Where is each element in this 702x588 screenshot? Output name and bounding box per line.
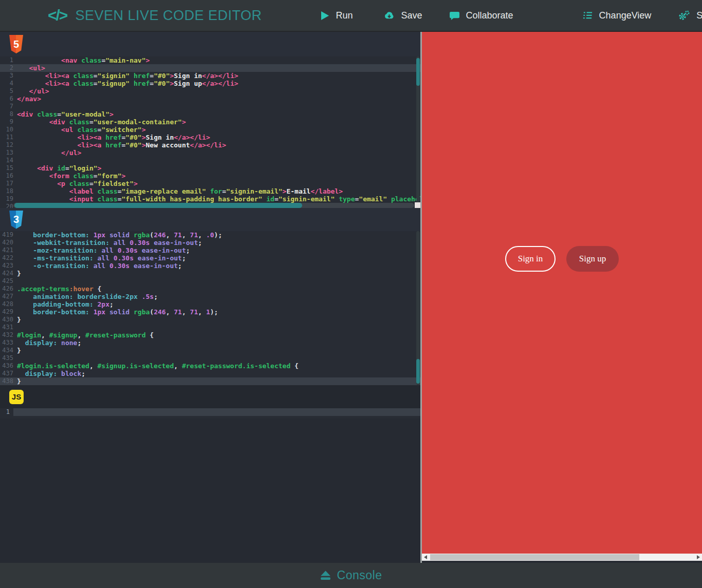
changeview-button[interactable]: ChangeView <box>582 10 652 21</box>
code-line[interactable]: 7 <box>0 103 420 110</box>
code-line[interactable]: 420 -webkit-transition: all 0.30s ease-i… <box>0 239 420 246</box>
code-line[interactable]: 429 border-bottom: 1px solid rgba(246, 7… <box>0 308 420 316</box>
code-line[interactable]: 12 <li><a href="#0">New account</a></li> <box>0 141 420 149</box>
code-line-text: display: none; <box>17 339 420 347</box>
code-line[interactable]: 11 <li><a href="#0">Sign in</a></li> <box>0 134 420 141</box>
code-line[interactable]: 431 <box>0 324 420 331</box>
code-line[interactable]: 428 padding-bottom: 2px; <box>0 300 420 308</box>
code-line[interactable]: 438} <box>0 377 420 385</box>
code-line[interactable]: 16 <form class="form"> <box>0 172 420 180</box>
code-line-text: -moz-transition: all 0.30s ease-in-out; <box>17 246 420 254</box>
html-vertical-scrollbar[interactable] <box>416 56 420 202</box>
code-line[interactable]: 10 <ul class="switcher"> <box>0 126 420 134</box>
code-line[interactable]: 13 </ul> <box>0 149 420 157</box>
code-line[interactable]: 436#login.is-selected, #signup.is-select… <box>0 362 420 370</box>
code-line[interactable]: 19 <input class="full-width has-padding … <box>0 195 420 203</box>
code-line[interactable]: 433 display: none; <box>0 339 420 347</box>
line-number: 429 <box>0 308 17 316</box>
code-line-text <box>17 277 420 285</box>
signup-button[interactable]: Sign up <box>566 246 619 272</box>
css-vertical-scroll-thumb[interactable] <box>416 359 420 384</box>
code-line-text: <div id="login"> <box>17 164 420 172</box>
line-number: 434 <box>0 347 17 354</box>
code-line-text <box>17 354 420 362</box>
html-horizontal-scroll-thumb[interactable] <box>14 203 302 208</box>
collaborate-button[interactable]: Collaborate <box>449 10 513 21</box>
code-line-text: </nav> <box>17 95 420 103</box>
code-line-text: } <box>17 270 420 277</box>
app-title: SEVEN LIVE CODE EDITOR <box>75 8 262 24</box>
play-icon <box>321 11 329 21</box>
code-line[interactable]: 424} <box>0 270 420 277</box>
css3-icon: 3 <box>9 211 23 229</box>
line-number: 18 <box>0 187 17 195</box>
css-code-area[interactable]: 419 border-bottom: 1px solid rgba(246, 7… <box>0 231 420 385</box>
code-line[interactable]: 437 display: block; <box>0 370 420 377</box>
code-line[interactable]: 421 -moz-transition: all 0.30s ease-in-o… <box>0 246 420 254</box>
js-editor-header: JS <box>0 385 420 408</box>
js-code-area[interactable]: 1 <box>0 408 420 419</box>
settings-button[interactable]: Settings <box>678 10 702 21</box>
code-line[interactable]: 18 <label class="image-replace email" fo… <box>0 187 420 195</box>
preview-column: Sign in Sign up <box>422 32 702 563</box>
code-line-text: border-bottom: 1px solid rgba(246, 71, 7… <box>17 231 420 239</box>
scroll-left-arrow-icon[interactable] <box>422 554 429 561</box>
save-button[interactable]: Save <box>382 10 422 21</box>
code-line[interactable]: 3 <li><a class="signin" href="#0">Sign i… <box>0 72 420 80</box>
code-line[interactable]: 4 <li><a class="signup" href="#0">Sign u… <box>0 80 420 87</box>
code-line[interactable]: 426.accept-terms:hover { <box>0 285 420 293</box>
scroll-right-arrow-icon[interactable] <box>695 554 702 561</box>
preview-horizontal-scrollbar[interactable] <box>422 554 702 561</box>
code-line[interactable]: 2 <ul> <box>0 64 420 72</box>
line-number: 422 <box>0 254 17 262</box>
code-line[interactable]: 14 <box>0 157 420 164</box>
code-line-text: <div class="user-modal"> <box>17 110 420 118</box>
code-line[interactable]: 427 animation: borderslide-2px .5s; <box>0 293 420 300</box>
code-line[interactable]: 419 border-bottom: 1px solid rgba(246, 7… <box>0 231 420 239</box>
preview-pane: Sign in Sign up <box>422 32 702 554</box>
code-line[interactable]: 423 -o-transition: all 0.30s ease-in-out… <box>0 262 420 270</box>
code-line-text: <li><a href="#0">New account</a></li> <box>17 141 420 149</box>
code-line[interactable]: 5 </ul> <box>0 87 420 95</box>
html-code-area[interactable]: 1 <nav class="main-nav">2 <ul>3 <li><a c… <box>0 56 420 208</box>
preview-scroll-thumb[interactable] <box>430 554 639 560</box>
line-number: 11 <box>0 134 17 141</box>
console-bar[interactable]: Console <box>0 563 702 588</box>
preview-button-group: Sign in Sign up <box>505 246 619 272</box>
html-vertical-scroll-thumb[interactable] <box>416 58 420 86</box>
line-number: 5 <box>0 87 17 95</box>
html-scrollbar-corner <box>415 202 420 208</box>
code-line[interactable]: 1 <nav class="main-nav"> <box>0 56 420 64</box>
line-number: 19 <box>0 195 17 203</box>
code-line[interactable]: 425 <box>0 277 420 285</box>
console-label: Console <box>337 568 382 582</box>
code-line[interactable]: 430} <box>0 316 420 324</box>
code-line[interactable]: 1 <box>0 408 420 416</box>
run-button[interactable]: Run <box>321 10 353 21</box>
line-number: 1 <box>0 408 13 416</box>
css-vertical-scrollbar[interactable] <box>416 231 420 385</box>
line-number: 1 <box>0 56 17 64</box>
code-line[interactable]: 15 <div id="login"> <box>0 164 420 172</box>
line-number: 438 <box>0 377 17 385</box>
code-line[interactable]: 435 <box>0 354 420 362</box>
code-line[interactable]: 422 -ms-transition: all 0.30s ease-in-ou… <box>0 254 420 262</box>
code-line[interactable]: 9 <div class="user-modal-container"> <box>0 118 420 126</box>
code-line-text: -ms-transition: all 0.30s ease-in-out; <box>17 254 420 262</box>
code-line[interactable]: 8<div class="user-modal"> <box>0 110 420 118</box>
html-horizontal-scrollbar[interactable] <box>13 203 414 208</box>
code-line[interactable]: 17 <p class="fieldset"> <box>0 180 420 187</box>
code-line[interactable]: 432#login, #signup, #reset-password { <box>0 331 420 339</box>
editors-column: 5 1 <nav class="main-nav">2 <ul>3 <li><a… <box>0 32 420 563</box>
code-line-text: border-bottom: 1px solid rgba(246, 71, 7… <box>17 308 420 316</box>
code-line[interactable]: 6</nav> <box>0 95 420 103</box>
line-number: 426 <box>0 285 17 293</box>
code-logo-icon: </> <box>48 7 67 24</box>
code-line-text: <li><a class="signup" href="#0">Sign up<… <box>17 80 420 87</box>
line-number: 13 <box>0 149 17 157</box>
signin-button[interactable]: Sign in <box>505 246 556 272</box>
code-line-text: } <box>17 347 420 354</box>
html5-icon: 5 <box>9 35 23 53</box>
code-line[interactable]: 434} <box>0 347 420 354</box>
line-number: 8 <box>0 110 17 118</box>
